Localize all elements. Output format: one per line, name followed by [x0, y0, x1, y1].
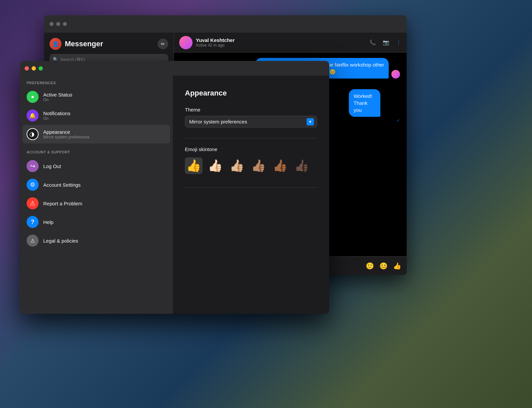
emoji-medium[interactable]: 👍🏽	[250, 157, 267, 174]
active-status-subtitle: On	[43, 98, 72, 102]
emoji-icon[interactable]: 😊	[379, 262, 388, 270]
sender-avatar-1	[391, 70, 400, 79]
active-status-text: Active Status On	[43, 92, 72, 102]
help-text: Help	[43, 219, 54, 225]
active-status-icon: ●	[27, 91, 39, 103]
emoji-light[interactable]: 👍🏻	[206, 157, 224, 174]
compose-button[interactable]: ✏	[158, 39, 168, 49]
theme-select-wrapper[interactable]: Mirror system preferences Light Dark ▼	[185, 116, 317, 127]
notifications-text: Notifications On	[43, 110, 70, 121]
account-settings-text: Account Settings	[43, 182, 81, 188]
preferences-sidebar: PREFERENCES ● Active Status On 🔔 Notific…	[20, 76, 173, 314]
preferences-body: PREFERENCES ● Active Status On 🔔 Notific…	[20, 76, 329, 314]
report-problem-title: Report a Problem	[43, 201, 82, 206]
help-title: Help	[43, 219, 54, 225]
sidebar-item-logout[interactable]: ↪ Log Out	[20, 157, 173, 175]
messenger-title: Messenger	[65, 40, 103, 48]
emoji-dark[interactable]: 👍🏿	[293, 157, 311, 174]
notifications-icon: 🔔	[27, 109, 39, 121]
sticker-icon[interactable]: 🙂	[366, 262, 374, 270]
report-problem-icon: ⚠	[27, 197, 39, 209]
legal-icon: ⚠	[27, 235, 39, 247]
legal-text: Legal & policies	[43, 238, 78, 244]
emoji-skintone-label: Emoji skintone	[185, 146, 317, 152]
sidebar-item-account-settings[interactable]: ⚙ Account Settings	[20, 175, 173, 194]
emoji-skintone-row: 👍 👍🏻 👍🏼 👍🏽 👍🏾 👍🏿	[185, 157, 317, 174]
help-icon: ?	[27, 216, 39, 228]
sidebar-item-legal[interactable]: ⚠ Legal & policies	[20, 231, 173, 250]
section-divider-1	[185, 138, 317, 138]
thumbsup-icon[interactable]: 👍	[393, 262, 401, 270]
contact-name: Yuval Keshtcher	[196, 37, 235, 43]
emoji-medium-dark[interactable]: 👍🏾	[271, 157, 289, 174]
theme-label: Theme	[185, 107, 317, 112]
account-settings-title: Account Settings	[43, 182, 81, 188]
compose-icon: ✏	[161, 41, 165, 47]
contact-avatar	[179, 36, 193, 49]
section-divider	[20, 143, 173, 150]
appearance-main-title: Appearance	[185, 89, 317, 98]
section-account-label: ACCOUNT & SUPPORT	[20, 150, 173, 157]
sidebar-item-report-problem[interactable]: ⚠ Report a Problem	[20, 194, 173, 213]
theme-select[interactable]: Mirror system preferences Light Dark	[185, 116, 317, 127]
fullscreen-button-bg	[63, 22, 67, 26]
appearance-title: Appearance	[43, 129, 89, 135]
messenger-titlebar	[44, 15, 407, 33]
appearance-icon: ◑	[27, 128, 39, 140]
phone-icon[interactable]: 📞	[369, 39, 376, 46]
read-receipt-icon: ✓	[397, 118, 400, 123]
legal-title: Legal & policies	[43, 238, 78, 244]
close-button[interactable]	[25, 66, 29, 71]
chat-actions: 📞 📷 ⋮	[369, 39, 401, 46]
logout-icon: ↪	[27, 160, 39, 172]
sidebar-item-appearance[interactable]: ◑ Appearance Mirror system preferences	[23, 125, 170, 143]
preferences-titlebar	[20, 61, 329, 76]
chat-header: Yuval Keshtcher Active 42 m ago 📞 📷 ⋮	[174, 33, 407, 53]
logout-text: Log Out	[43, 163, 61, 169]
preferences-window: PREFERENCES ● Active Status On 🔔 Notific…	[20, 61, 329, 314]
section-preferences-label: PREFERENCES	[20, 81, 173, 88]
emoji-default[interactable]: 👍	[185, 157, 202, 174]
emoji-medium-light[interactable]: 👍🏼	[228, 157, 246, 174]
account-settings-icon: ⚙	[27, 179, 39, 191]
message-bubble-2: Worked! Thank you	[349, 89, 380, 117]
notifications-title: Notifications	[43, 110, 70, 116]
report-problem-text: Report a Problem	[43, 201, 82, 206]
sidebar-item-notifications[interactable]: 🔔 Notifications On	[20, 106, 173, 125]
preferences-main-content: Appearance Theme Mirror system preferenc…	[173, 76, 329, 314]
message-bubble-wrapper-2: Worked! Thank you ✓	[349, 89, 401, 117]
contact-info: Yuval Keshtcher Active 42 m ago	[196, 37, 235, 48]
sidebar-item-active-status[interactable]: ● Active Status On	[20, 88, 173, 106]
messenger-header: 👤 Messenger ✏	[50, 38, 168, 50]
close-button-bg	[50, 22, 54, 26]
minimize-button-bg	[56, 22, 60, 26]
active-status-title: Active Status	[43, 92, 72, 98]
user-avatar: 👤	[50, 38, 62, 50]
video-icon[interactable]: 📷	[383, 39, 389, 46]
sidebar-item-help[interactable]: ? Help	[20, 213, 173, 231]
logout-title: Log Out	[43, 163, 61, 169]
fullscreen-button[interactable]	[39, 66, 43, 71]
appearance-text: Appearance Mirror system preferences	[43, 129, 89, 139]
contact-status: Active 42 m ago	[196, 43, 235, 48]
minimize-button[interactable]	[32, 66, 36, 71]
section-divider-2	[185, 187, 317, 188]
more-icon[interactable]: ⋮	[396, 39, 401, 46]
chat-input-actions: 🙂 😊 👍	[366, 262, 401, 270]
notifications-subtitle: On	[43, 116, 70, 121]
appearance-subtitle: Mirror system preferences	[43, 135, 89, 139]
